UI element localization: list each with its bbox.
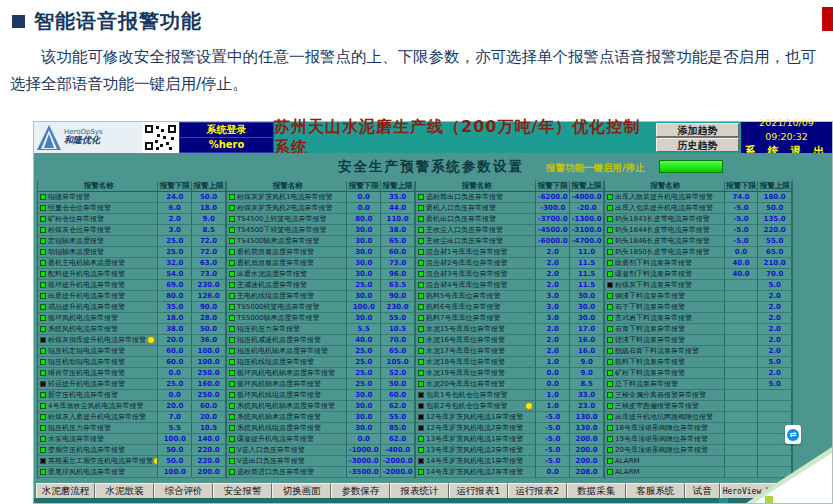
- voice-on-indicator[interactable]: [229, 216, 235, 222]
- alarm-low-field[interactable]: 2.0: [536, 247, 570, 258]
- alarm-high-field[interactable]: 9.0: [570, 368, 604, 379]
- alarm-high-field[interactable]: 30.0: [570, 291, 604, 302]
- alarm-low-field[interactable]: 54.0: [158, 269, 192, 280]
- voice-on-indicator[interactable]: [607, 326, 613, 332]
- alarm-low-field[interactable]: 6.0: [158, 203, 192, 214]
- alarm-high-field[interactable]: 63.0: [192, 258, 226, 269]
- alarm-high-field[interactable]: 130.0: [570, 412, 604, 423]
- voice-on-indicator[interactable]: [40, 260, 46, 266]
- voice-on-indicator[interactable]: [418, 469, 424, 475]
- alarm-high-field[interactable]: 52.0: [381, 368, 415, 379]
- alarm-low-field[interactable]: 40.0: [725, 269, 759, 280]
- alarm-low-field[interactable]: 0.0: [158, 390, 192, 401]
- voice-off-indicator[interactable]: [40, 337, 46, 343]
- add-trend-button[interactable]: 添加趋势: [656, 123, 739, 137]
- alarm-high-field[interactable]: 2.0: [758, 335, 792, 346]
- alarm-high-field[interactable]: 10.5: [381, 324, 415, 335]
- voice-on-indicator[interactable]: [229, 194, 235, 200]
- voice-on-indicator[interactable]: [607, 205, 613, 211]
- alarm-high-field[interactable]: 70.0: [381, 335, 415, 346]
- voice-on-indicator[interactable]: [229, 227, 235, 233]
- alarm-low-field[interactable]: [725, 357, 759, 368]
- alarm-high-field[interactable]: 35.0: [381, 192, 415, 203]
- alarm-high-field[interactable]: -1300.0: [570, 214, 604, 225]
- alarm-low-field[interactable]: 30.0: [347, 423, 381, 434]
- voice-off-indicator[interactable]: [40, 458, 46, 464]
- voice-on-indicator[interactable]: [418, 381, 424, 387]
- voice-on-indicator[interactable]: [607, 381, 613, 387]
- alarm-low-field[interactable]: -5.0: [725, 214, 759, 225]
- voice-on-indicator[interactable]: [229, 381, 235, 387]
- voice-on-indicator[interactable]: [418, 260, 424, 266]
- alarm-low-field[interactable]: 25.0: [158, 379, 192, 390]
- alarm-low-field[interactable]: 1.0: [536, 401, 570, 412]
- alarm-low-field[interactable]: 30.0: [347, 236, 381, 247]
- alarm-low-field[interactable]: 24.0: [158, 192, 192, 203]
- voice-on-indicator[interactable]: [418, 282, 424, 288]
- alarm-low-field[interactable]: -5.0: [536, 423, 570, 434]
- voice-on-indicator[interactable]: [40, 194, 46, 200]
- alarm-high-field[interactable]: 180.0: [758, 192, 792, 203]
- voice-off-indicator[interactable]: [418, 403, 424, 409]
- alarm-low-field[interactable]: -3500.0: [347, 467, 381, 478]
- voice-on-indicator[interactable]: [418, 249, 424, 255]
- voice-on-indicator[interactable]: [229, 205, 235, 211]
- alarm-low-field[interactable]: 0.0: [536, 379, 570, 390]
- voice-on-indicator[interactable]: [229, 447, 235, 453]
- alarm-high-field[interactable]: 130.0: [570, 423, 604, 434]
- alarm-low-field[interactable]: 100.0: [347, 302, 381, 313]
- alarm-high-field[interactable]: 2.0: [758, 302, 792, 313]
- alarm-low-field[interactable]: 0.0: [347, 434, 381, 445]
- history-trend-button[interactable]: 历史趋势: [656, 138, 739, 152]
- voice-on-indicator[interactable]: [607, 227, 613, 233]
- alarm-low-field[interactable]: -300.0: [536, 203, 570, 214]
- alarm-high-field[interactable]: [758, 412, 792, 423]
- voice-on-indicator[interactable]: [607, 249, 613, 255]
- voice-on-indicator[interactable]: [40, 348, 46, 354]
- alarm-high-field[interactable]: 210.0: [758, 258, 792, 269]
- alarm-high-field[interactable]: 9.0: [570, 357, 604, 368]
- alarm-low-field[interactable]: [725, 280, 759, 291]
- alarm-low-field[interactable]: 1.0: [536, 390, 570, 401]
- voice-on-indicator[interactable]: [229, 304, 235, 310]
- alarm-low-field[interactable]: 25.0: [347, 379, 381, 390]
- voice-on-indicator[interactable]: [229, 249, 235, 255]
- alarm-low-field[interactable]: -5.0: [536, 412, 570, 423]
- alarm-low-field[interactable]: 1.0: [536, 357, 570, 368]
- alarm-high-field[interactable]: 220.0: [758, 225, 792, 236]
- alarm-high-field[interactable]: 2.0: [758, 324, 792, 335]
- alarm-low-field[interactable]: [725, 291, 759, 302]
- alarm-low-field[interactable]: 0.0: [158, 368, 192, 379]
- alarm-high-field[interactable]: 250.0: [192, 390, 226, 401]
- alarm-high-field[interactable]: 96.0: [381, 269, 415, 280]
- alarm-high-field[interactable]: 50.0: [192, 192, 226, 203]
- voice-on-indicator[interactable]: [418, 227, 424, 233]
- voice-on-indicator[interactable]: [40, 469, 46, 475]
- alarm-high-field[interactable]: 110.0: [381, 214, 415, 225]
- alarm-high-field[interactable]: 73.0: [192, 269, 226, 280]
- alarm-low-field[interactable]: 30.0: [347, 269, 381, 280]
- voice-on-indicator[interactable]: [229, 469, 235, 475]
- alarm-high-field[interactable]: -3100.0: [570, 225, 604, 236]
- voice-on-indicator[interactable]: [607, 447, 613, 453]
- alarm-low-field[interactable]: 0.0: [347, 192, 381, 203]
- alarm-high-field[interactable]: 2.0: [758, 346, 792, 357]
- voice-off-indicator[interactable]: [418, 425, 424, 431]
- alarm-high-field[interactable]: 250.0: [192, 368, 226, 379]
- alarm-high-field[interactable]: 73.0: [381, 258, 415, 269]
- voice-on-indicator[interactable]: [40, 315, 46, 321]
- alarm-high-field[interactable]: 65.0: [381, 236, 415, 247]
- voice-on-indicator[interactable]: [229, 436, 235, 442]
- alarm-low-field[interactable]: [725, 412, 759, 423]
- alarm-high-field[interactable]: 200.0: [192, 467, 226, 478]
- alarm-low-field[interactable]: 2.0: [536, 258, 570, 269]
- alarm-low-field[interactable]: 69.0: [158, 280, 192, 291]
- alarm-low-field[interactable]: [725, 390, 759, 401]
- alarm-low-field[interactable]: 0.0: [536, 467, 570, 478]
- voice-on-indicator[interactable]: [418, 216, 424, 222]
- alarm-low-field[interactable]: 60.0: [158, 357, 192, 368]
- voice-on-indicator[interactable]: [40, 293, 46, 299]
- alarm-high-field[interactable]: [758, 401, 792, 412]
- alarm-low-field[interactable]: 2.0: [536, 269, 570, 280]
- alarm-high-field[interactable]: 20.0: [192, 412, 226, 423]
